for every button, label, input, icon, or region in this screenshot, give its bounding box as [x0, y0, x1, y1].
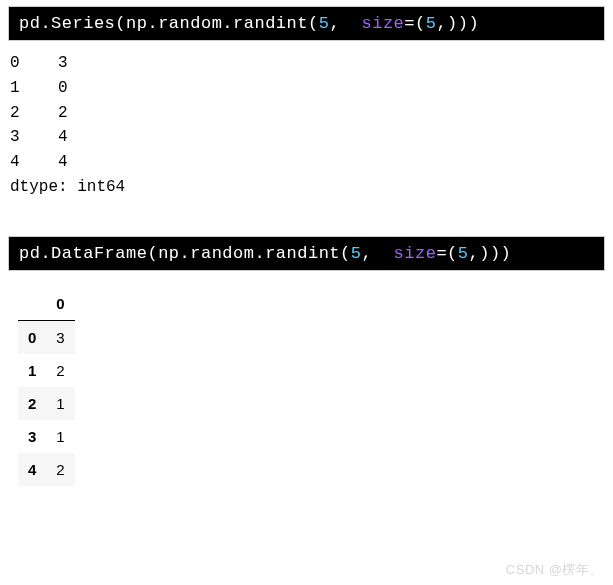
output-line: 1 0 [10, 79, 68, 97]
token-func: np.random.randint [158, 244, 340, 263]
token-keyword: size [394, 244, 437, 263]
notebook-cell-1: pd.Series(np.random.randint(5, size=(5,)… [8, 6, 605, 41]
dataframe-row-header: 4 [18, 453, 46, 486]
token-paren: ) [469, 14, 480, 33]
output-line: dtype: int64 [10, 178, 125, 196]
dataframe-cell: 1 [46, 387, 74, 420]
dataframe-row-header: 3 [18, 420, 46, 453]
dataframe-row-header: 1 [18, 354, 46, 387]
token-paren: ) [490, 244, 501, 263]
token-keyword: size [361, 14, 404, 33]
code-input-1: pd.Series(np.random.randint(5, size=(5,)… [9, 7, 604, 40]
token-func: pd.Series [19, 14, 115, 33]
token-number: 5 [458, 244, 469, 263]
token-comma: , [361, 244, 393, 263]
output-line: 4 4 [10, 153, 68, 171]
token-comma: , [329, 14, 361, 33]
token-paren: ( [340, 244, 351, 263]
token-paren: ) [479, 244, 490, 263]
table-row: 0 3 [18, 320, 75, 354]
table-row: 1 2 [18, 354, 75, 387]
dataframe-output: 0 0 3 1 2 2 1 3 1 4 2 [0, 273, 613, 494]
series-output: 0 3 1 0 2 2 3 4 4 4 dtype: int64 [0, 43, 613, 206]
output-line: 0 3 [10, 54, 68, 72]
token-comma: , [469, 244, 480, 263]
token-number: 5 [351, 244, 362, 263]
token-paren: ) [447, 14, 458, 33]
watermark-text: CSDN @楞年。 [506, 561, 603, 579]
token-paren: ( [147, 244, 158, 263]
dataframe-cell: 1 [46, 420, 74, 453]
dataframe-col-header: 0 [46, 287, 74, 321]
token-paren: ) [501, 244, 512, 263]
output-line: 2 2 [10, 104, 68, 122]
token-paren: ( [115, 14, 126, 33]
token-number: 5 [319, 14, 330, 33]
dataframe-cell: 2 [46, 354, 74, 387]
token-func: np.random.randint [126, 14, 308, 33]
dataframe-table: 0 0 3 1 2 2 1 3 1 4 2 [18, 287, 75, 486]
token-equals: = [436, 244, 447, 263]
token-func: pd.DataFrame [19, 244, 147, 263]
output-line: 3 4 [10, 128, 68, 146]
table-row: 4 2 [18, 453, 75, 486]
dataframe-cell: 3 [46, 320, 74, 354]
dataframe-corner [18, 287, 46, 321]
dataframe-cell: 2 [46, 453, 74, 486]
notebook-cell-2: pd.DataFrame(np.random.randint(5, size=(… [8, 236, 605, 271]
token-paren: ) [458, 14, 469, 33]
table-row: 2 1 [18, 387, 75, 420]
table-row: 3 1 [18, 420, 75, 453]
token-comma: , [436, 14, 447, 33]
token-equals: = [404, 14, 415, 33]
token-paren: ( [447, 244, 458, 263]
token-paren: ( [308, 14, 319, 33]
token-number: 5 [426, 14, 437, 33]
token-paren: ( [415, 14, 426, 33]
dataframe-row-header: 0 [18, 320, 46, 354]
code-input-2: pd.DataFrame(np.random.randint(5, size=(… [9, 237, 604, 270]
dataframe-row-header: 2 [18, 387, 46, 420]
